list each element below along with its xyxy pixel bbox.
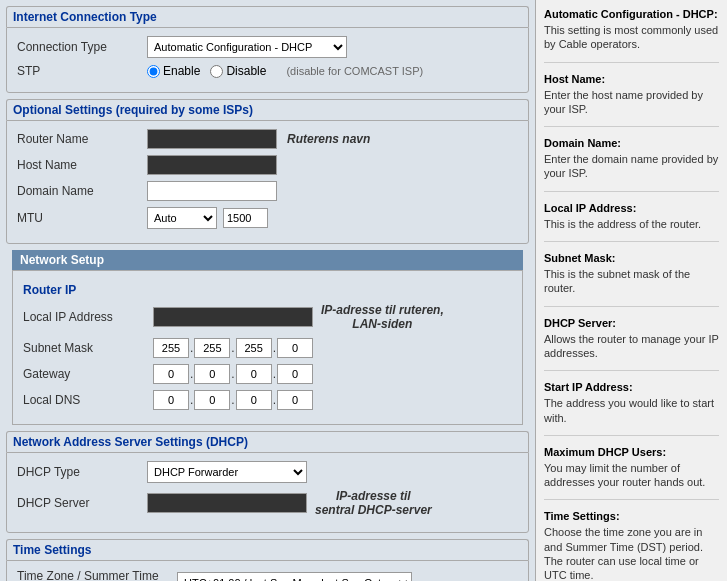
time-settings-header: Time Settings xyxy=(6,539,529,560)
main-panel: Internet Connection Type Connection Type… xyxy=(0,0,535,581)
right-panel-title-3: Local IP Address: xyxy=(544,202,719,214)
optional-settings-header: Optional Settings (required by some ISPs… xyxy=(6,99,529,120)
right-panel-item-2: Domain Name: Enter the domain name provi… xyxy=(544,137,719,192)
router-name-input[interactable] xyxy=(147,129,277,149)
disable-radio[interactable] xyxy=(210,65,223,78)
enable-radio[interactable] xyxy=(147,65,160,78)
router-name-control: Ruterens navn xyxy=(147,129,370,149)
right-panel-item-6: Start IP Address: The address you would … xyxy=(544,381,719,436)
subnet-dot3: . xyxy=(273,341,276,355)
subnet-dot2: . xyxy=(231,341,234,355)
disable-radio-label[interactable]: Disable xyxy=(210,64,266,78)
subnet-mask-label: Subnet Mask xyxy=(23,341,153,355)
dhcp-type-row: DHCP Type DHCP Forwarder xyxy=(17,461,518,483)
local-ip-control: IP-adresse til ruteren,LAN-siden xyxy=(153,303,444,332)
local-dns-label: Local DNS xyxy=(23,393,153,407)
host-name-control xyxy=(147,155,277,175)
right-panel-text-7: You may limit the number of addresses yo… xyxy=(544,461,719,490)
right-panel-title-6: Start IP Address: xyxy=(544,381,719,393)
dhcp-header: Network Address Server Settings (DHCP) xyxy=(6,431,529,452)
domain-name-control xyxy=(147,181,277,201)
subnet-octet2[interactable] xyxy=(194,338,230,358)
gateway-label: Gateway xyxy=(23,367,153,381)
router-name-label: Router Name xyxy=(17,132,147,146)
dns-octet3[interactable] xyxy=(236,390,272,410)
right-panel-text-4: This is the subnet mask of the router. xyxy=(544,267,719,296)
timezone-select[interactable]: UTC+01:00 / last Sun Mar - last Sun Oct xyxy=(177,572,412,581)
right-panel: Automatic Configuration - DHCP: This set… xyxy=(535,0,727,581)
mtu-size-input[interactable] xyxy=(223,208,268,228)
right-panel-text-5: Allows the router to manage your IP addr… xyxy=(544,332,719,361)
enable-label: Enable xyxy=(163,64,200,78)
dhcp-type-select[interactable]: DHCP Forwarder xyxy=(147,461,307,483)
subnet-octet1[interactable] xyxy=(153,338,189,358)
stp-radio-group: Enable Disable (disable for COMCAST ISP) xyxy=(147,64,423,78)
subnet-octet4[interactable] xyxy=(277,338,313,358)
dns-dot3: . xyxy=(273,393,276,407)
dns-octet2[interactable] xyxy=(194,390,230,410)
network-setup-header: Network Setup xyxy=(12,250,523,270)
subnet-octet3[interactable] xyxy=(236,338,272,358)
enable-radio-label[interactable]: Enable xyxy=(147,64,200,78)
subnet-dot1: . xyxy=(190,341,193,355)
dhcp-server-label: DHCP Server xyxy=(17,496,147,510)
internet-connection-header: Internet Connection Type xyxy=(6,6,529,27)
gateway-octet3[interactable] xyxy=(236,364,272,384)
right-panel-item-5: DHCP Server: Allows the router to manage… xyxy=(544,317,719,372)
local-ip-note: IP-adresse til ruteren,LAN-siden xyxy=(321,303,444,332)
subnet-mask-control: . . . xyxy=(153,338,313,358)
dhcp-server-note: IP-adresse tilsentral DHCP-server xyxy=(315,489,432,518)
router-name-row: Router Name Ruterens navn xyxy=(17,129,518,149)
right-panel-item-8: Time Settings: Choose the time zone you … xyxy=(544,510,719,581)
timezone-row: Time Zone / Summer Time (DST) UTC+01:00 … xyxy=(17,569,518,581)
dhcp-section: Network Address Server Settings (DHCP) D… xyxy=(6,431,529,533)
mtu-select[interactable]: Auto xyxy=(147,207,217,229)
gateway-octet4[interactable] xyxy=(277,364,313,384)
right-panel-text-8: Choose the time zone you are in and Summ… xyxy=(544,525,719,581)
right-panel-item-0: Automatic Configuration - DHCP: This set… xyxy=(544,8,719,63)
subnet-mask-row: Subnet Mask . . . xyxy=(23,338,512,358)
right-panel-title-4: Subnet Mask: xyxy=(544,252,719,264)
dns-octet4[interactable] xyxy=(277,390,313,410)
right-panel-item-7: Maximum DHCP Users: You may limit the nu… xyxy=(544,446,719,501)
dhcp-server-input[interactable] xyxy=(147,493,307,513)
local-ip-row: Local IP Address IP-adresse til ruteren,… xyxy=(23,303,512,332)
right-panel-text-2: Enter the domain name provided by your I… xyxy=(544,152,719,181)
dns-dot1: . xyxy=(190,393,193,407)
network-setup-body: Router IP Local IP Address IP-adresse ti… xyxy=(12,270,523,425)
local-dns-row: Local DNS . . . xyxy=(23,390,512,410)
host-name-row: Host Name xyxy=(17,155,518,175)
right-panel-item-4: Subnet Mask: This is the subnet mask of … xyxy=(544,252,719,307)
router-ip-header: Router IP xyxy=(23,283,512,297)
optional-settings-section: Optional Settings (required by some ISPs… xyxy=(6,99,529,244)
connection-type-select[interactable]: Automatic Configuration - DHCP xyxy=(147,36,347,58)
right-panel-title-2: Domain Name: xyxy=(544,137,719,149)
timezone-control: UTC+01:00 / last Sun Mar - last Sun Oct xyxy=(177,572,412,581)
domain-name-input[interactable] xyxy=(147,181,277,201)
disable-note: (disable for COMCAST ISP) xyxy=(286,65,423,77)
local-ip-input[interactable] xyxy=(153,307,313,327)
dns-dot2: . xyxy=(231,393,234,407)
optional-settings-body: Router Name Ruterens navn Host Name Doma… xyxy=(6,120,529,244)
gateway-octet2[interactable] xyxy=(194,364,230,384)
time-settings-section: Time Settings Time Zone / Summer Time (D… xyxy=(6,539,529,581)
right-panel-text-1: Enter the host name provided by your ISP… xyxy=(544,88,719,117)
dns-octet1[interactable] xyxy=(153,390,189,410)
time-settings-body: Time Zone / Summer Time (DST) UTC+01:00 … xyxy=(6,560,529,581)
domain-name-label: Domain Name xyxy=(17,184,147,198)
dhcp-server-row: DHCP Server IP-adresse tilsentral DHCP-s… xyxy=(17,489,518,518)
gateway-row: Gateway . . . xyxy=(23,364,512,384)
host-name-input[interactable] xyxy=(147,155,277,175)
connection-type-row: Connection Type Automatic Configuration … xyxy=(17,36,518,58)
disable-label: Disable xyxy=(226,64,266,78)
timezone-label: Time Zone / Summer Time (DST) xyxy=(17,569,177,581)
mtu-control: Auto xyxy=(147,207,268,229)
right-panel-title-8: Time Settings: xyxy=(544,510,719,522)
dhcp-type-label: DHCP Type xyxy=(17,465,147,479)
right-panel-title-0: Automatic Configuration - DHCP: xyxy=(544,8,719,20)
connection-type-label: Connection Type xyxy=(17,40,147,54)
internet-connection-body: Connection Type Automatic Configuration … xyxy=(6,27,529,93)
right-panel-item-3: Local IP Address: This is the address of… xyxy=(544,202,719,242)
gateway-octet1[interactable] xyxy=(153,364,189,384)
right-panel-text-0: This setting is most commonly used by Ca… xyxy=(544,23,719,52)
